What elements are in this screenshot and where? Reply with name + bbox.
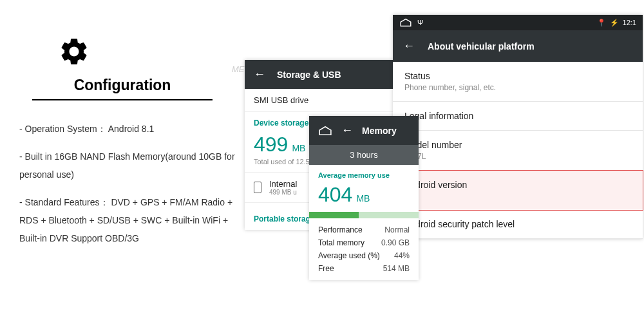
model-item[interactable]: Model number 8227L [393, 131, 643, 171]
status-bar: Ψ 📍 ⚡ 12:1 [393, 15, 643, 30]
back-arrow-icon[interactable]: ← [403, 39, 415, 53]
memory-number: 404 [318, 183, 352, 207]
android-version-item[interactable]: Android version 8.1 [392, 170, 643, 211]
patch-label: Android security patch level [404, 219, 631, 229]
total-mem-row: Total memory0.90 GB [318, 236, 410, 249]
memory-title: Memory [362, 126, 397, 136]
total-val: 0.90 GB [381, 238, 410, 247]
perf-row: PerformanceNormal [318, 223, 410, 236]
phone-icon [254, 182, 261, 193]
android-label: Android version [404, 180, 631, 190]
internal-sub: 499 MB u [269, 189, 297, 196]
perf-val: Normal [384, 225, 410, 234]
internal-label: Internal [269, 179, 297, 189]
about-header: ← About vehicular platform [393, 30, 643, 62]
home-icon [318, 126, 332, 136]
avg-used-row: Average used (%)44% [318, 249, 410, 262]
free-row: Free514 MB [318, 262, 410, 275]
memory-value: 404 MB [309, 182, 419, 208]
usb-drive-item[interactable]: SMI USB drive [245, 89, 393, 112]
status-label: Status [404, 71, 631, 81]
total-label: Total memory [318, 238, 365, 247]
storage-header: ← Storage & USB [245, 60, 393, 89]
memory-bar [309, 208, 419, 218]
clock-text: 12:1 [623, 19, 636, 26]
legal-label: Legal information [404, 111, 631, 121]
memory-header: ← Memory [309, 116, 419, 145]
legal-item[interactable]: Legal information [393, 102, 643, 131]
storage-unit: MB [292, 143, 305, 153]
back-arrow-icon[interactable]: ← [254, 68, 265, 81]
memory-bar-fill [309, 212, 359, 218]
spec-os: - Operation System： Android 8.1 [19, 120, 245, 138]
about-title: About vehicular platform [428, 41, 535, 52]
storage-number: 499 [254, 133, 288, 156]
avg-memory-label: Average memory use [309, 165, 419, 182]
patch-item[interactable]: Android security patch level [393, 210, 643, 239]
location-icon: 📍 [597, 19, 606, 27]
spec-features: - Standard Features： DVD + GPS + FM/AM R… [19, 193, 245, 247]
about-panel: Ψ 📍 ⚡ 12:1 ← About vehicular platform St… [393, 15, 643, 239]
free-label: Free [318, 264, 334, 273]
time-range-selector[interactable]: 3 hours [309, 145, 419, 165]
storage-title: Storage & USB [277, 70, 341, 80]
avgused-label: Average used (%) [318, 251, 380, 260]
bluetooth-icon: ⚡ [610, 19, 619, 27]
config-title: Configuration [32, 77, 213, 100]
back-arrow-icon[interactable]: ← [341, 124, 353, 137]
performance-list: PerformanceNormal Total memory0.90 GB Av… [309, 218, 419, 280]
avgused-val: 44% [394, 251, 410, 260]
model-label: Model number [404, 140, 631, 150]
model-val: 8227L [404, 152, 631, 161]
usb-icon: Ψ [417, 19, 423, 26]
spec-memory: - Built in 16GB NAND Flash Memory(around… [19, 147, 245, 184]
memory-unit: MB [356, 193, 370, 204]
gear-icon [58, 35, 90, 68]
perf-label: Performance [318, 225, 363, 234]
android-val: 8.1 [404, 192, 631, 201]
free-val: 514 MB [383, 264, 410, 273]
config-panel: Configuration - Operation System： Androi… [19, 35, 245, 257]
status-sub: Phone number, signal, etc. [404, 83, 631, 92]
status-item[interactable]: Status Phone number, signal, etc. [393, 62, 643, 102]
home-icon [399, 18, 412, 27]
memory-panel: ← Memory 3 hours Average memory use 404 … [309, 116, 419, 280]
